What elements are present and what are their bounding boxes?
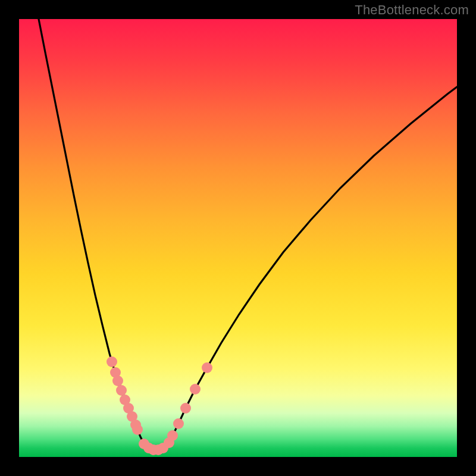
- curve-markers: [107, 356, 212, 455]
- plot-area: [19, 19, 457, 457]
- curve-marker: [173, 418, 184, 429]
- curve-marker: [112, 375, 123, 386]
- curve-marker: [167, 430, 178, 441]
- bottleneck-curve: [39, 19, 457, 450]
- curve-marker: [202, 362, 212, 373]
- watermark-text: TheBottleneck.com: [355, 2, 469, 18]
- bottleneck-curve-svg: [19, 19, 457, 457]
- chart-frame: TheBottleneck.com: [0, 0, 476, 476]
- curve-marker: [116, 385, 127, 396]
- curve-marker: [132, 424, 143, 435]
- curve-marker: [190, 384, 201, 394]
- curve-marker: [107, 356, 117, 367]
- curve-marker: [180, 403, 191, 414]
